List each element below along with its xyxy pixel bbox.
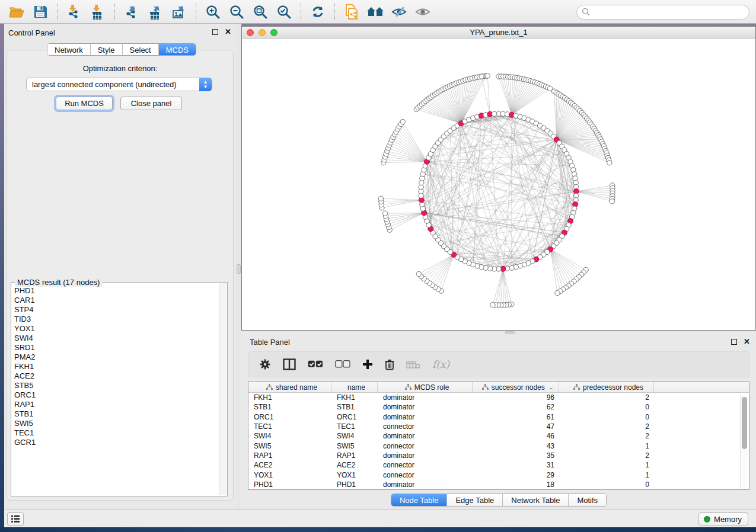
save-session-icon[interactable]: [28, 2, 52, 21]
memory-button[interactable]: Memory: [698, 512, 748, 525]
export-network-icon[interactable]: [120, 2, 143, 21]
column-header-shared-name[interactable]: shared name: [248, 382, 331, 392]
scrollbar-thumb[interactable]: [742, 397, 747, 449]
table-cell[interactable]: dominator: [378, 393, 473, 402]
table-cell[interactable]: 18: [473, 480, 559, 489]
first-neighbors-icon[interactable]: [363, 2, 387, 21]
table-row[interactable]: ACE2ACE2connector311: [248, 460, 749, 470]
import-network-icon[interactable]: [62, 2, 86, 21]
table-cell[interactable]: dominator: [378, 413, 473, 421]
mcds-result-item[interactable]: CAR1: [14, 296, 219, 305]
run-mcds-button[interactable]: Run MCDS: [56, 97, 113, 110]
task-manager-button[interactable]: [7, 512, 24, 525]
search-input[interactable]: [576, 5, 749, 20]
table-cell[interactable]: 2: [559, 393, 654, 402]
table-cell[interactable]: 1: [559, 471, 654, 479]
table-cell[interactable]: YOX1: [248, 471, 331, 479]
tab-node-table[interactable]: Node Table: [391, 494, 448, 506]
float-panel-icon[interactable]: [731, 339, 737, 345]
close-panel-icon[interactable]: ✕: [744, 339, 750, 345]
table-cell[interactable]: TEC1: [248, 422, 331, 431]
table-cell[interactable]: 46: [473, 432, 559, 440]
mcds-result-item[interactable]: RAP1: [14, 400, 219, 409]
vertical-splitter[interactable]: [236, 24, 241, 509]
clone-network-icon[interactable]: [340, 2, 363, 21]
result-list-scrollbar[interactable]: [219, 283, 227, 495]
table-cell[interactable]: 62: [473, 403, 559, 411]
mcds-result-item[interactable]: YOX1: [14, 324, 219, 334]
tab-mcds[interactable]: MCDS: [159, 44, 196, 55]
table-cell[interactable]: SWI4: [331, 432, 378, 440]
table-cell[interactable]: dominator: [378, 451, 473, 460]
table-cell[interactable]: connector: [378, 422, 473, 431]
splitter-grip[interactable]: [505, 331, 515, 334]
window-minimize-icon[interactable]: [259, 29, 266, 36]
zoom-out-icon[interactable]: [225, 2, 248, 21]
table-row[interactable]: TEC1TEC1connector472: [248, 422, 749, 431]
table-row[interactable]: PHD1PHD1dominator180: [248, 480, 749, 489]
mcds-result-item[interactable]: PHD1: [14, 286, 219, 296]
table-row[interactable]: YOX1YOX1connector291: [248, 470, 749, 479]
leaf-node[interactable]: [610, 199, 614, 204]
leaf-node[interactable]: [485, 73, 490, 78]
table-cell[interactable]: TEC1: [331, 422, 378, 431]
table-cell[interactable]: 2: [559, 451, 654, 460]
leaf-node[interactable]: [382, 211, 387, 216]
table-cell[interactable]: 0: [559, 480, 654, 489]
leaf-node[interactable]: [378, 196, 383, 201]
table-cell[interactable]: dominator: [378, 480, 473, 489]
zoom-fit-icon[interactable]: [248, 2, 272, 21]
table-cell[interactable]: 2: [559, 432, 654, 440]
mcds-result-item[interactable]: STB1: [14, 409, 219, 419]
mcds-result-item[interactable]: ACE2: [14, 371, 219, 381]
table-cell[interactable]: RAP1: [331, 451, 378, 460]
column-header-successor-nodes[interactable]: successor nodes⌄: [473, 382, 559, 392]
import-table-icon[interactable]: [86, 2, 110, 21]
show-all-icon[interactable]: [411, 2, 435, 21]
table-settings-gear-icon[interactable]: [259, 355, 271, 373]
table-cell[interactable]: 96: [473, 393, 559, 402]
zoom-in-icon[interactable]: [201, 2, 225, 21]
float-panel-icon[interactable]: [212, 29, 218, 35]
horizontal-splitter[interactable]: [241, 331, 756, 335]
table-row[interactable]: SWI4SWI4dominator462: [248, 431, 749, 441]
table-cell[interactable]: 43: [473, 442, 559, 450]
table-cell[interactable]: 1: [559, 442, 654, 450]
close-panel-icon[interactable]: ✕: [225, 29, 231, 35]
table-cell[interactable]: 47: [473, 422, 559, 431]
table-cell[interactable]: dominator: [378, 403, 473, 411]
table-cell[interactable]: STB1: [331, 403, 378, 411]
mcds-result-item[interactable]: SRD1: [14, 343, 219, 352]
close-panel-button[interactable]: Close panel: [120, 97, 182, 110]
table-cell[interactable]: ACE2: [331, 461, 378, 469]
refresh-icon[interactable]: [306, 2, 330, 21]
tab-network[interactable]: Network: [47, 44, 91, 55]
mcds-result-item[interactable]: SWI4: [14, 334, 219, 343]
table-cell[interactable]: SWI5: [331, 442, 378, 450]
mcds-result-item[interactable]: STP4: [14, 305, 219, 315]
window-maximize-icon[interactable]: [270, 29, 277, 36]
leaf-node[interactable]: [416, 271, 421, 276]
table-cell[interactable]: dominator: [378, 432, 473, 440]
unselect-all-columns-icon[interactable]: [335, 355, 350, 373]
table-cell[interactable]: RAP1: [248, 451, 331, 460]
mcds-result-item[interactable]: SWI5: [14, 419, 219, 428]
table-cell[interactable]: FKH1: [248, 393, 331, 402]
mcds-result-item[interactable]: PMA2: [14, 352, 219, 362]
export-table-icon[interactable]: [143, 2, 167, 21]
delete-column-icon[interactable]: [385, 355, 394, 373]
mcds-result-item[interactable]: ORC1: [14, 390, 219, 400]
table-cell[interactable]: FKH1: [331, 393, 378, 402]
ring-node[interactable]: [492, 111, 496, 116]
table-cell[interactable]: 0: [559, 413, 654, 421]
table-cell[interactable]: ACE2: [248, 461, 331, 469]
table-cell[interactable]: 1: [559, 461, 654, 469]
table-cell[interactable]: connector: [378, 461, 473, 469]
leaf-node[interactable]: [490, 303, 495, 307]
table-cell[interactable]: SWI5: [248, 442, 331, 450]
split-panel-icon[interactable]: [283, 355, 296, 373]
table-row[interactable]: FKH1FKH1dominator962: [248, 393, 749, 402]
add-column-icon[interactable]: [362, 355, 373, 373]
leaf-node[interactable]: [555, 290, 560, 295]
table-row[interactable]: STB1STB1dominator620: [248, 402, 749, 412]
